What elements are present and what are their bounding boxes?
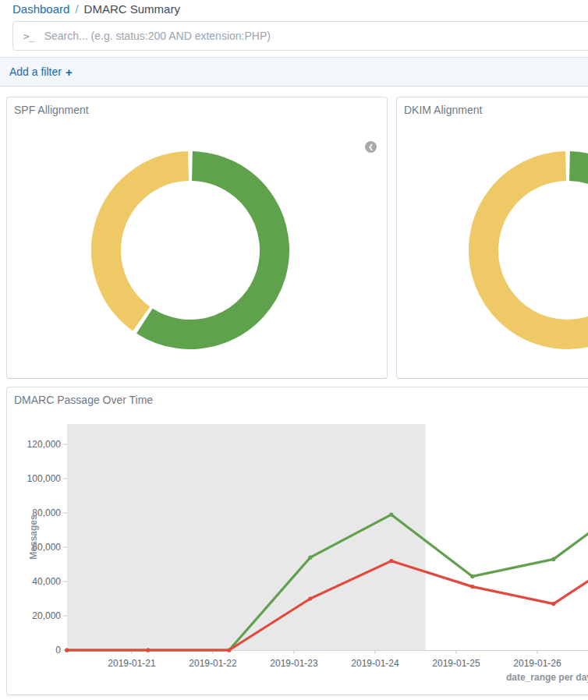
svg-text:40,000: 40,000 — [32, 576, 61, 587]
search-bar: >_ — [12, 21, 588, 51]
panel-title-spf: SPF Allignment — [7, 97, 387, 122]
svg-text:2019-01-22: 2019-01-22 — [189, 658, 237, 669]
chevron-left-circle-icon[interactable]: ❮ — [365, 141, 377, 153]
svg-text:2019-01-21: 2019-01-21 — [108, 658, 156, 669]
filter-bar: Add a filter + — [0, 57, 588, 87]
panel-dmarc-passage: DMARC Passage Over Time 020,00040,00060,… — [6, 387, 588, 695]
svg-text:2019-01-25: 2019-01-25 — [432, 658, 480, 669]
terminal-prompt-icon: >_ — [23, 30, 34, 42]
dmarc-line-chart: 020,00040,00060,00080,000100,000120,0002… — [7, 387, 588, 695]
spf-donut-chart — [90, 150, 291, 351]
svg-text:20,000: 20,000 — [32, 610, 61, 621]
panel-dkim-alignment: DKIM Alignment — [396, 97, 588, 379]
svg-text:2019-01-24: 2019-01-24 — [351, 658, 399, 669]
svg-text:120,000: 120,000 — [27, 439, 62, 450]
svg-text:date_range per day: date_range per day — [506, 672, 588, 683]
svg-text:Messages: Messages — [28, 514, 39, 560]
breadcrumb-separator: / — [75, 2, 78, 16]
dkim-donut-chart — [467, 150, 588, 351]
svg-text:2019-01-26: 2019-01-26 — [513, 658, 561, 669]
breadcrumb-current-page: DMARC Summary — [84, 2, 180, 16]
panel-spf-alignment: SPF Allignment ❮ — [6, 97, 388, 379]
svg-text:0: 0 — [55, 645, 61, 656]
search-input[interactable] — [43, 29, 588, 43]
breadcrumb-dashboard-link[interactable]: Dashboard — [12, 2, 69, 16]
panel-title-dkim: DKIM Alignment — [397, 97, 588, 122]
svg-text:2019-01-23: 2019-01-23 — [270, 658, 318, 669]
breadcrumb: Dashboard/DMARC Summary — [12, 2, 180, 16]
add-filter-plus-icon[interactable]: + — [66, 65, 73, 79]
svg-text:100,000: 100,000 — [27, 473, 62, 484]
add-filter-link[interactable]: Add a filter — [9, 65, 62, 78]
